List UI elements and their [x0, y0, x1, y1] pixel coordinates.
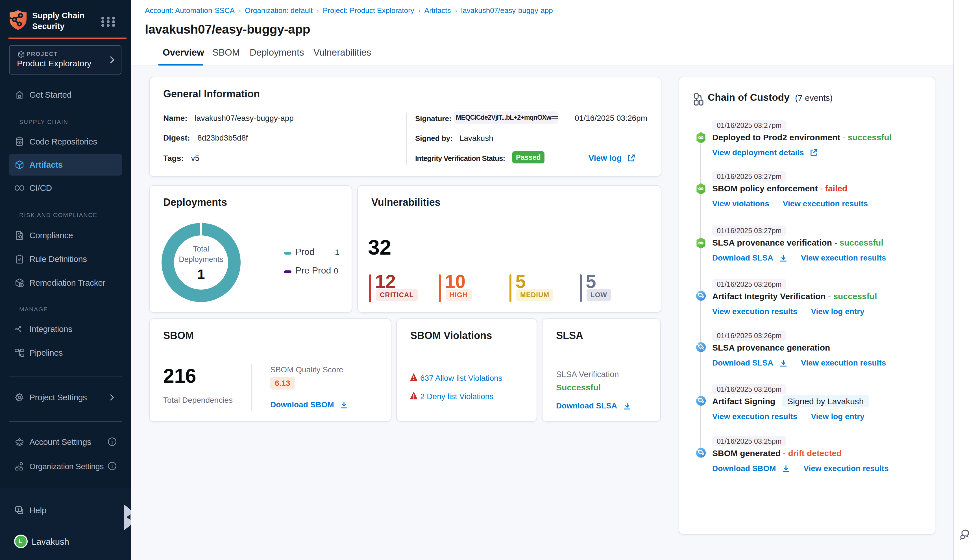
- svg-text:?: ?: [18, 507, 20, 512]
